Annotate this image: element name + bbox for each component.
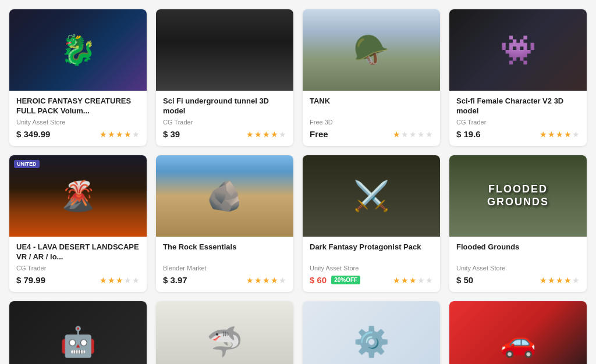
star-1: ★: [540, 276, 547, 285]
card-price: $ 3.97: [163, 275, 187, 285]
card-price: $ 50: [456, 275, 473, 285]
image-overlay-text: FLOODED GROUNDS: [487, 183, 549, 208]
card-price: $ 39: [163, 129, 180, 139]
product-card-sci-fi-tunnel[interactable]: Sci Fi underground tunnel 3D modelCG Tra…: [156, 9, 293, 146]
image-badge: UNITED: [14, 160, 40, 168]
star-1: ★: [393, 276, 400, 285]
star-rating: ★★★★★: [540, 130, 580, 139]
card-title: TANK: [310, 97, 433, 116]
card-store: Unity Asset Store: [16, 119, 140, 126]
star-5: ★: [279, 276, 286, 285]
card-title: Flooded Grounds: [456, 242, 580, 262]
card-title: HEROIC FANTASY CREATURES FULL PACK Volum…: [16, 97, 140, 116]
card-store: Unity Asset Store: [456, 265, 580, 272]
product-icon: 🌋: [60, 179, 96, 213]
card-body: UE4 - LAVA DESERT LANDSCAPE VR / AR / lo…: [9, 237, 147, 292]
product-image-heroic-creatures: 🐉: [9, 9, 147, 91]
product-card-sci-fi-female[interactable]: 👾Sci-fi Female Character V2 3D modelCG T…: [449, 9, 587, 146]
star-4: ★: [124, 276, 132, 285]
star-rating: ★★★★★: [540, 276, 580, 285]
product-icon: 🚗: [500, 325, 536, 359]
product-card-flooded-grounds[interactable]: FLOODED GROUNDSFlooded GroundsUnity Asse…: [449, 155, 587, 292]
star-rating: ★★★★★: [246, 130, 286, 139]
product-card-heroic-creatures[interactable]: 🐉HEROIC FANTASY CREATURES FULL PACK Volu…: [9, 9, 147, 146]
product-image-flooded-grounds: FLOODED GROUNDS: [449, 155, 587, 237]
card-price-row: $ 19.6★★★★★: [456, 129, 580, 139]
product-icon: 🪖: [353, 33, 389, 67]
card-title: Sci Fi underground tunnel 3D model: [163, 97, 286, 116]
star-2: ★: [108, 276, 115, 285]
product-card-dark-fantasy[interactable]: ⚔️Dark Fantasy Protagonist PackUnity Ass…: [303, 155, 440, 292]
product-card-car[interactable]: 🚗: [449, 301, 587, 364]
star-3: ★: [262, 130, 270, 139]
star-rating: ★★★★★: [393, 276, 433, 285]
card-body: The Rock EssentialsBlender Market$ 3.97★…: [156, 237, 293, 292]
card-price: $ 19.6: [456, 129, 481, 139]
card-body: HEROIC FANTASY CREATURES FULL PACK Volum…: [9, 91, 147, 146]
star-1: ★: [246, 130, 254, 139]
star-4: ★: [564, 276, 572, 285]
star-5: ★: [279, 130, 286, 139]
card-price-row: $ 39★★★★★: [163, 129, 286, 139]
product-card-lava-desert[interactable]: UNITED🌋UE4 - LAVA DESERT LANDSCAPE VR / …: [9, 155, 147, 292]
product-icon: 👾: [500, 33, 536, 67]
star-rating: ★★★★★: [100, 276, 140, 285]
star-3: ★: [409, 130, 417, 139]
product-card-mech[interactable]: 🤖: [9, 301, 147, 364]
star-4: ★: [417, 276, 425, 285]
star-2: ★: [401, 130, 409, 139]
product-image-dark-fantasy: ⚔️: [303, 155, 440, 237]
star-1: ★: [100, 130, 107, 139]
star-2: ★: [548, 130, 555, 139]
star-3: ★: [116, 130, 123, 139]
product-card-tank[interactable]: 🪖TANKFree 3DFree★★★★★: [303, 9, 440, 146]
star-5: ★: [572, 276, 580, 285]
star-5: ★: [572, 130, 580, 139]
card-title: Dark Fantasy Protagonist Pack: [310, 242, 433, 262]
star-rating: ★★★★★: [246, 276, 286, 285]
star-4: ★: [271, 276, 278, 285]
card-store: CG Trader: [456, 119, 580, 126]
star-2: ★: [254, 276, 262, 285]
star-4: ★: [124, 130, 132, 139]
product-grid: 🐉HEROIC FANTASY CREATURES FULL PACK Volu…: [9, 9, 587, 364]
discount-badge: 20%OFF: [331, 276, 360, 284]
product-icon: 🐉: [60, 33, 96, 67]
star-1: ★: [540, 130, 547, 139]
card-price-row: $ 6020%OFF★★★★★: [310, 275, 433, 285]
card-store: Unity Asset Store: [310, 265, 433, 272]
star-1: ★: [246, 276, 254, 285]
star-3: ★: [409, 276, 417, 285]
product-card-shark[interactable]: 🦈: [156, 301, 293, 364]
card-body: Sci-fi Female Character V2 3D modelCG Tr…: [449, 91, 587, 146]
product-icon: 🦈: [207, 325, 243, 359]
product-card-rock-essentials[interactable]: 🪨The Rock EssentialsBlender Market$ 3.97…: [156, 155, 293, 292]
product-image-lava-desert: UNITED🌋: [9, 155, 147, 237]
card-price: Free: [310, 129, 328, 139]
star-3: ★: [262, 276, 270, 285]
star-rating: ★★★★★: [393, 130, 433, 139]
star-4: ★: [271, 130, 278, 139]
card-store: CG Trader: [163, 119, 286, 126]
card-price-row: $ 3.97★★★★★: [163, 275, 286, 285]
product-image-spheres: ⚙️: [303, 301, 440, 364]
product-icon: 🤖: [60, 325, 96, 359]
star-5: ★: [425, 130, 433, 139]
star-2: ★: [254, 130, 262, 139]
product-image-shark: 🦈: [156, 301, 293, 364]
star-3: ★: [556, 130, 563, 139]
product-card-spheres[interactable]: ⚙️: [303, 301, 440, 364]
card-price-row: $ 79.99★★★★★: [16, 275, 140, 285]
card-store: CG Trader: [16, 265, 140, 272]
card-price: $ 349.99: [16, 129, 50, 139]
product-icon: ⚔️: [353, 179, 389, 213]
card-price-row: $ 349.99★★★★★: [16, 129, 140, 139]
card-price-row: Free★★★★★: [310, 129, 433, 139]
card-price: $ 60: [310, 275, 327, 285]
product-image-car: 🚗: [449, 301, 587, 364]
star-1: ★: [100, 276, 107, 285]
star-5: ★: [132, 276, 140, 285]
card-body: Flooded GroundsUnity Asset Store$ 50★★★★…: [449, 237, 587, 292]
card-store: Free 3D: [310, 119, 433, 126]
product-image-sci-fi-tunnel: [156, 9, 293, 91]
